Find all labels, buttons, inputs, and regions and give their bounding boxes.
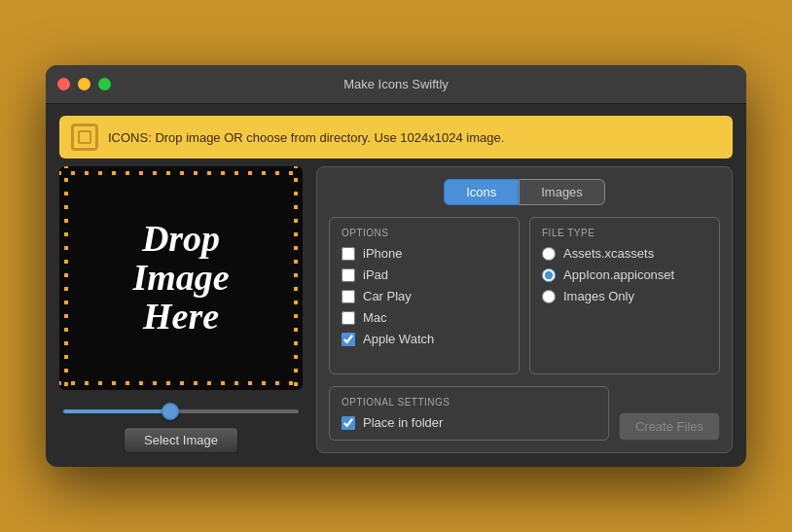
appiconset-radio[interactable]: [542, 268, 556, 282]
carplay-label: Car Play: [363, 289, 412, 303]
drop-zone-text: Drop Image Here: [59, 166, 303, 390]
carplay-checkbox[interactable]: [342, 290, 355, 303]
bottom-row: OPTIONAL SETTINGS Place in folder Create…: [329, 386, 720, 441]
filetype-assets[interactable]: Assets.xcassets: [542, 246, 707, 261]
app-window: Make Icons Swiftly ICONS: Drop image OR …: [46, 65, 746, 467]
mac-label: Mac: [363, 310, 387, 325]
option-mac[interactable]: Mac: [342, 310, 507, 325]
options-box: OPTIONS iPhone iPad Car Play: [329, 217, 520, 374]
place-in-folder-item[interactable]: Place in folder: [342, 415, 596, 430]
apple-watch-checkbox[interactable]: [342, 333, 355, 346]
select-image-button[interactable]: Select Image: [124, 427, 238, 453]
info-text: ICONS: Drop image OR choose from directo…: [108, 130, 504, 145]
file-type-box: FILE TYPE Assets.xcassets AppIcon.appico…: [529, 217, 720, 374]
ipad-label: iPad: [363, 267, 388, 282]
create-files-button[interactable]: Create Files: [619, 412, 720, 441]
assets-label: Assets.xcassets: [563, 246, 654, 261]
tabs: Icons Images: [329, 179, 720, 205]
filetype-images-only[interactable]: Images Only: [542, 289, 707, 303]
iphone-checkbox[interactable]: [342, 247, 355, 261]
left-panel: Drop Image Here Select Image: [59, 166, 303, 453]
optional-settings-box: OPTIONAL SETTINGS Place in folder: [329, 386, 609, 441]
main-content: Drop Image Here Select Image Icons Image…: [46, 166, 746, 467]
option-carplay[interactable]: Car Play: [342, 289, 507, 303]
drop-zone[interactable]: Drop Image Here: [59, 166, 303, 390]
options-label: OPTIONS: [342, 228, 507, 238]
tab-images[interactable]: Images: [519, 179, 605, 205]
filetype-appiconset[interactable]: AppIcon.appiconset: [542, 267, 707, 282]
option-ipad[interactable]: iPad: [342, 267, 507, 282]
info-icon: [71, 124, 98, 151]
drop-label: Drop Image Here: [132, 220, 229, 337]
assets-radio[interactable]: [542, 247, 556, 261]
optional-settings-label: OPTIONAL SETTINGS: [342, 397, 596, 408]
place-in-folder-label: Place in folder: [363, 415, 443, 430]
mac-checkbox[interactable]: [342, 311, 355, 325]
icon-inner: [78, 130, 91, 144]
window-controls: [57, 78, 111, 90]
place-in-folder-checkbox[interactable]: [342, 416, 355, 430]
maximize-button[interactable]: [98, 78, 111, 90]
file-type-label: FILE TYPE: [542, 228, 707, 238]
option-apple-watch[interactable]: Apple Watch: [342, 332, 507, 346]
appiconset-label: AppIcon.appiconset: [563, 267, 674, 282]
close-button[interactable]: [57, 78, 70, 90]
ipad-checkbox[interactable]: [342, 268, 355, 282]
titlebar: Make Icons Swiftly: [46, 65, 746, 104]
info-bar: ICONS: Drop image OR choose from directo…: [59, 116, 733, 159]
slider-container: [59, 400, 303, 417]
apple-watch-label: Apple Watch: [363, 332, 434, 346]
right-panel: Icons Images OPTIONS iPhone iPad: [316, 166, 733, 453]
iphone-label: iPhone: [363, 246, 402, 261]
zoom-slider[interactable]: [63, 409, 299, 413]
tab-icons[interactable]: Icons: [444, 179, 519, 205]
images-only-label: Images Only: [563, 289, 634, 303]
minimize-button[interactable]: [78, 78, 90, 90]
options-row: OPTIONS iPhone iPad Car Play: [329, 217, 720, 374]
images-only-radio[interactable]: [542, 290, 556, 303]
create-files-area: Create Files: [619, 386, 720, 441]
option-iphone[interactable]: iPhone: [342, 246, 507, 261]
window-title: Make Icons Swiftly: [343, 77, 449, 91]
